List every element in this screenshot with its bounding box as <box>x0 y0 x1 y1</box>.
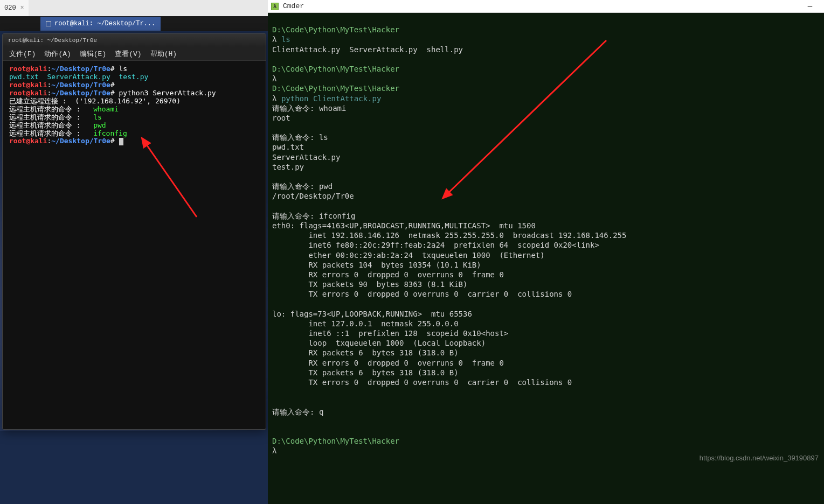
cmder-titlebar[interactable]: λ Cmder — <box>268 0 824 13</box>
window-titlebar[interactable]: root@kali: ~/Desktop/Tr0e <box>3 34 266 47</box>
right-panel: λ Cmder — D:\Code\Python\MyTest\Hacker λ… <box>268 0 824 504</box>
taskbar: root@kali: ~/Desktop/Tr... <box>0 16 268 31</box>
menu-help[interactable]: 帮助(H) <box>150 49 177 59</box>
kali-terminal-window: root@kali: ~/Desktop/Tr0e 文件(F) 动作(A) 编辑… <box>2 33 266 430</box>
close-icon[interactable]: × <box>20 4 24 12</box>
terminal-icon <box>46 21 51 26</box>
minimize-icon[interactable]: — <box>799 2 821 11</box>
menu-view[interactable]: 查看(V) <box>115 49 141 59</box>
cmder-icon: λ <box>271 3 279 10</box>
window-title: root@kali: ~/Desktop/Tr0e <box>8 37 97 44</box>
tab[interactable]: 020 × <box>0 0 29 16</box>
menu-edit[interactable]: 编辑(E) <box>80 49 106 59</box>
cmder-title: Cmder <box>283 2 795 10</box>
left-panel: 020 × root@kali: ~/Desktop/Tr... root@ka… <box>0 0 268 431</box>
browser-tab-bar: 020 × <box>0 0 268 16</box>
tab-label: 020 <box>4 4 16 12</box>
taskbar-item-label: root@kali: ~/Desktop/Tr... <box>54 20 155 27</box>
kali-terminal-content[interactable]: root@kali:~/Desktop/Tr0e# ls pwd.txt Ser… <box>3 61 266 150</box>
taskbar-terminal-item[interactable]: root@kali: ~/Desktop/Tr... <box>40 17 161 31</box>
cursor-icon <box>119 138 123 145</box>
watermark: https://blog.csdn.net/weixin_39190897 <box>700 454 819 462</box>
menu-action[interactable]: 动作(A) <box>44 49 71 59</box>
menubar: 文件(F) 动作(A) 编辑(E) 查看(V) 帮助(H) <box>3 47 266 61</box>
cmder-terminal-content[interactable]: D:\Code\Python\MyTest\Hacker λ ls Client… <box>268 13 824 504</box>
menu-file[interactable]: 文件(F) <box>9 49 36 59</box>
